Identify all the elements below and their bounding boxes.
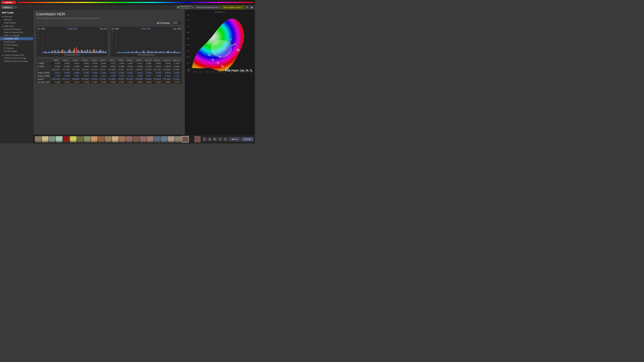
sidebar-item-bt709-sweeps[interactable]: BT.709 Sweeps — [0, 50, 33, 53]
sidebar-item-target-options[interactable]: Target Options — [0, 21, 33, 24]
rewind-button[interactable]: ⏮ — [202, 137, 206, 141]
color-swatch[interactable]: Color 43 — [98, 136, 105, 142]
color-swatch[interactable]: Color 37 — [56, 136, 63, 142]
pause-button[interactable]: ⏸ — [218, 137, 222, 141]
color-swatch[interactable]: Color 55 — [182, 136, 189, 142]
table-cell: 59.3244 — [180, 68, 182, 71]
color-swatch[interactable]: Color 45 — [112, 136, 119, 142]
table-cell: 5.2261 — [125, 81, 134, 84]
color-swatch[interactable]: Color 52 — [161, 136, 168, 142]
colorimeter-select[interactable]: SpectraCal C6 LG G4 OLED ▼ — [176, 5, 194, 9]
table-cell: 302.8635 — [80, 78, 90, 81]
bar-48 — [98, 51, 100, 53]
main-layout: HDR Toolkit ▼ Welcome Welcome Target Opt… — [0, 10, 255, 143]
sidebar-item-grayscale-tracking[interactable]: Grayscale Tracking — [0, 28, 33, 31]
welcome-label: Welcome — [4, 15, 12, 18]
table-cell: 0.3535 — [172, 65, 181, 68]
sidebar-item-colorchecker[interactable]: ColorChecker — [0, 40, 33, 43]
color-swatch[interactable]: Color 50 — [147, 136, 154, 142]
color-swatch[interactable]: Color 34 — [35, 136, 42, 142]
sidebar-item-p3-sweeps[interactable]: P3 Sweeps — [0, 46, 33, 50]
bar-13 — [132, 51, 133, 53]
color-swatch[interactable]: Color 40 — [77, 136, 84, 142]
color-swatch-label: Color 50 — [147, 141, 154, 142]
table-cell: 0.4938 — [80, 65, 90, 68]
color-swatch[interactable]: Color 36 — [49, 136, 56, 142]
bar-47 — [97, 52, 98, 53]
bar-22 — [142, 51, 143, 53]
color-swatch[interactable]: Color 41 — [84, 136, 91, 142]
forward-button[interactable]: ⏭ — [223, 137, 228, 141]
de-formula-select[interactable]: 2000 ICtCp 76 — [171, 21, 182, 25]
color-swatch-label: Color 48 — [133, 141, 140, 142]
sidebar-item-peak-lum[interactable]: Peak Lum Stability — [0, 34, 33, 37]
cie-panel: CIE 1976 u'v' — [185, 10, 255, 135]
color-swatch-label: Color 55 — [182, 141, 188, 142]
table-cell: 0.3545 — [117, 74, 125, 78]
color-swatch[interactable]: Color 53 — [168, 136, 175, 142]
collapse-button[interactable]: ◀ — [250, 5, 254, 9]
table-cell: 21.1726 — [90, 68, 98, 71]
table-cell: 0.3412 — [134, 71, 144, 74]
bar-22 — [68, 50, 69, 53]
de-formula-wrapper: 2000 ICtCp 76 — [171, 21, 182, 25]
svg-text:0.1: 0.1 — [200, 71, 202, 73]
bar-35 — [83, 51, 84, 53]
bar-12 — [56, 52, 58, 53]
sidebar-group-gamut[interactable]: ▼ Gamut Coverage Tests — [0, 53, 33, 56]
bar-34 — [82, 51, 83, 53]
sidebar-item-welcome[interactable]: Welcome — [0, 18, 33, 21]
color-swatch[interactable]: Color 44 — [105, 136, 112, 142]
video-forge-select[interactable]: SpectraCal VideoForge Pro ▼ — [195, 5, 221, 9]
table-cell: 0.3584 — [162, 74, 172, 78]
direct-display-control[interactable]: Direct Display Control ▼ — [222, 5, 244, 9]
svg-text:0.05: 0.05 — [194, 71, 196, 73]
bar-23 — [69, 49, 70, 53]
bar-9 — [127, 52, 128, 53]
logo-arrow[interactable]: ▼ — [13, 1, 14, 3]
color-swatch[interactable]: Color 49 — [140, 136, 147, 142]
sidebar-group-hdr-tests[interactable]: ▼ HDR Tests — [0, 25, 33, 28]
color-swatch[interactable]: Color 54 — [175, 136, 182, 142]
bar-52 — [177, 52, 178, 53]
color-swatch[interactable]: Color 46 — [119, 136, 126, 142]
bar-30 — [77, 50, 78, 53]
bar-6 — [49, 52, 50, 53]
sidebar-item-bt2020-gamut[interactable]: BT.2020 Gamut Coverage — [0, 56, 33, 60]
color-swatch[interactable]: Color 47 — [126, 136, 133, 142]
add-tab-button[interactable]: + — [14, 6, 18, 9]
sidebar-group-welcome[interactable]: ▼ Welcome — [0, 15, 33, 18]
play-button[interactable]: ▶ — [213, 137, 217, 141]
table-cell: 0.4938 — [71, 65, 80, 68]
color-swatch[interactable]: Color 35 — [42, 136, 49, 142]
table-cell: 0.3371 — [134, 62, 144, 65]
history-tab[interactable]: History 1 — [2, 5, 14, 9]
table-cell: 0.3216 — [98, 74, 107, 78]
bottom-controls: ⏮■▶⏸⏭◀ BackNext ▶ — [194, 136, 254, 142]
color-swatch[interactable]: Color 42 — [91, 136, 98, 142]
table-row: dE_ICtCp_2400.48881.82211.26143.25985.19… — [36, 81, 182, 84]
color-swatch[interactable]: Color 39 — [70, 136, 77, 142]
color-swatch[interactable]: Color 51 — [154, 136, 161, 142]
chart-luminance-label: w/ Luminance Error — [37, 54, 107, 56]
sidebar-item-colormatch-hdr[interactable]: ColorMatch HDR — [0, 37, 33, 40]
back-button[interactable]: ◀ Back — [228, 137, 241, 141]
bar-35 — [157, 52, 158, 53]
sidebar-section-gamut: ▼ Gamut Coverage Tests BT.2020 Gamut Cov… — [0, 53, 33, 63]
color-swatch[interactable]: Color 38 — [63, 136, 70, 142]
bar-29 — [76, 47, 77, 53]
sidebar-item-uhdap3-gamut[interactable]: UHDA-P3 Gamut Coverage — [0, 60, 33, 63]
bar-32 — [80, 52, 81, 53]
bar-39 — [88, 52, 89, 53]
sidebar-item-peak-window[interactable]: Peak vs. Window Size — [0, 31, 33, 34]
stop-button[interactable]: ■ — [208, 137, 212, 141]
colorimeter-indicator — [178, 7, 179, 8]
chart-bars-no-luminance — [116, 30, 181, 53]
sidebar-item-bt2020-sweeps[interactable]: BT.2020 Sweeps — [0, 43, 33, 46]
table-row: Target y:CIE310.32900.39090.49770.49770.… — [36, 74, 182, 78]
next-button[interactable]: Next ▶ — [242, 137, 254, 141]
bar-13 — [58, 50, 59, 53]
bar-0 — [42, 52, 44, 53]
settings-button[interactable]: ⚙ — [245, 5, 249, 9]
color-swatch[interactable]: Color 48 — [133, 136, 140, 142]
